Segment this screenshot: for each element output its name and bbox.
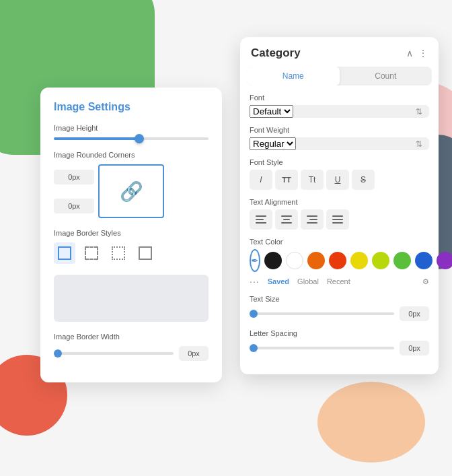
- text-size-label: Text Size: [250, 295, 429, 303]
- category-title: Category: [251, 46, 301, 60]
- color-tab-global[interactable]: Global: [297, 277, 319, 285]
- align-left-btn[interactable]: [250, 209, 272, 230]
- color-orange[interactable]: [307, 252, 325, 269]
- color-purple[interactable]: [437, 252, 452, 269]
- color-red-orange[interactable]: [329, 252, 346, 269]
- align-justify-btn[interactable]: [326, 209, 349, 230]
- color-green[interactable]: [393, 252, 411, 269]
- image-height-label: Image Height: [54, 124, 209, 132]
- border-dashed-btn[interactable]: [81, 242, 102, 264]
- image-rounded-corners-section: Image Rounded Corners 0px 🔗 0px: [54, 151, 209, 218]
- border-width-slider[interactable]: [54, 352, 174, 355]
- text-size-slider[interactable]: [250, 312, 394, 315]
- font-weight-select-wrapper: Regular: [250, 137, 429, 150]
- text-color-label: Text Color: [250, 238, 429, 246]
- align-right-icon: [307, 215, 317, 224]
- color-tab-dots[interactable]: ···: [250, 276, 260, 287]
- category-panel: Category ∧ ⋮ Name Count Font Default Fon…: [240, 37, 439, 374]
- image-rounded-corners-label: Image Rounded Corners: [54, 151, 209, 159]
- menu-icon[interactable]: ⋮: [418, 48, 428, 59]
- double-border-icon: [139, 246, 152, 260]
- image-height-thumb[interactable]: [135, 134, 144, 143]
- color-settings-icon[interactable]: ⚙: [422, 277, 429, 286]
- font-style-options: I TT Tt U S: [250, 170, 429, 190]
- font-weight-select[interactable]: Regular: [250, 137, 296, 150]
- color-picker-row: ✒: [250, 249, 429, 272]
- text-size-value[interactable]: 0px: [400, 306, 429, 321]
- category-header: Category ∧ ⋮: [240, 37, 439, 67]
- header-icons: ∧ ⋮: [406, 48, 428, 59]
- font-weight-label: Font Weight: [250, 126, 429, 134]
- capitalize-btn[interactable]: Tt: [301, 170, 324, 190]
- color-black[interactable]: [264, 252, 282, 269]
- align-center-btn[interactable]: [275, 209, 298, 230]
- border-dotted-btn[interactable]: [108, 242, 129, 264]
- text-size-section: Text Size 0px: [250, 295, 429, 321]
- letter-spacing-slider[interactable]: [250, 347, 394, 349]
- text-alignment-label: Text Alignment: [250, 198, 429, 206]
- bg-peach-shape: [317, 382, 425, 463]
- dotted-border-icon: [112, 246, 125, 260]
- text-size-row: 0px: [250, 306, 429, 321]
- font-style-label: Font Style: [250, 158, 429, 166]
- image-settings-title: Image Settings: [54, 101, 209, 113]
- uppercase-btn[interactable]: TT: [275, 170, 298, 190]
- category-body: Font Default Font Weight Regular Font St…: [240, 94, 439, 374]
- border-width-thumb[interactable]: [54, 349, 62, 358]
- font-label: Font: [250, 94, 429, 102]
- font-style-section: Font Style I TT Tt U S: [250, 158, 429, 190]
- corner-grid: 0px 🔗 0px: [54, 164, 209, 218]
- collapse-icon[interactable]: ∧: [406, 48, 413, 59]
- color-tab-saved[interactable]: Saved: [268, 277, 289, 285]
- image-height-section: Image Height: [54, 124, 209, 140]
- align-left-icon: [256, 215, 266, 224]
- underline-btn[interactable]: U: [326, 170, 349, 190]
- border-style-options: [54, 242, 209, 264]
- letter-spacing-thumb[interactable]: [250, 344, 258, 352]
- image-border-styles-section: Image Border Styles: [54, 229, 209, 264]
- border-double-btn[interactable]: [135, 242, 156, 264]
- color-blue[interactable]: [415, 252, 432, 269]
- image-settings-panel: Image Settings Image Height Image Rounde…: [40, 88, 222, 382]
- eyedropper-btn[interactable]: ✒: [250, 249, 260, 272]
- letter-spacing-section: Letter Spacing 0px: [250, 329, 429, 355]
- color-tab-recent[interactable]: Recent: [327, 277, 350, 285]
- category-tabs: Name Count: [247, 67, 432, 86]
- dashed-border-icon: [85, 246, 98, 260]
- text-size-thumb[interactable]: [250, 310, 258, 318]
- letter-spacing-label: Letter Spacing: [250, 329, 429, 337]
- tab-count[interactable]: Count: [340, 67, 432, 86]
- image-preview: [54, 275, 209, 322]
- font-select-wrapper: Default: [250, 105, 429, 118]
- link-icon: 🔗: [120, 180, 143, 203]
- corner-bottom-left-input[interactable]: 0px: [54, 199, 94, 213]
- italic-btn[interactable]: I: [250, 170, 272, 190]
- corner-top-left-input[interactable]: 0px: [54, 170, 94, 184]
- tab-name[interactable]: Name: [247, 67, 340, 86]
- image-border-styles-label: Image Border Styles: [54, 229, 209, 237]
- color-tabs: ··· Saved Global Recent ⚙: [250, 276, 429, 287]
- link-preview: 🔗: [98, 164, 164, 218]
- text-color-section: Text Color ✒ ··· Saved Global: [250, 238, 429, 287]
- border-width-row: 0px: [54, 346, 209, 361]
- align-options: [250, 209, 429, 230]
- align-right-btn[interactable]: [301, 209, 324, 230]
- color-yellow[interactable]: [350, 252, 368, 269]
- color-yellow-green[interactable]: [372, 252, 389, 269]
- border-solid-btn[interactable]: [54, 242, 75, 264]
- align-justify-icon: [332, 215, 343, 224]
- image-height-track[interactable]: [54, 137, 209, 140]
- border-width-value[interactable]: 0px: [179, 346, 209, 361]
- eyedropper-icon: ✒: [251, 255, 259, 266]
- text-alignment-section: Text Alignment: [250, 198, 429, 230]
- align-center-icon: [281, 215, 292, 224]
- font-section: Font Default: [250, 94, 429, 118]
- image-border-width-section: Image Border Width 0px: [54, 333, 209, 361]
- letter-spacing-row: 0px: [250, 341, 429, 355]
- font-weight-section: Font Weight Regular: [250, 126, 429, 150]
- font-select[interactable]: Default: [250, 105, 293, 118]
- strikethrough-btn[interactable]: S: [352, 170, 375, 190]
- image-height-fill: [54, 137, 139, 140]
- color-white[interactable]: [286, 252, 303, 269]
- letter-spacing-value[interactable]: 0px: [400, 341, 429, 355]
